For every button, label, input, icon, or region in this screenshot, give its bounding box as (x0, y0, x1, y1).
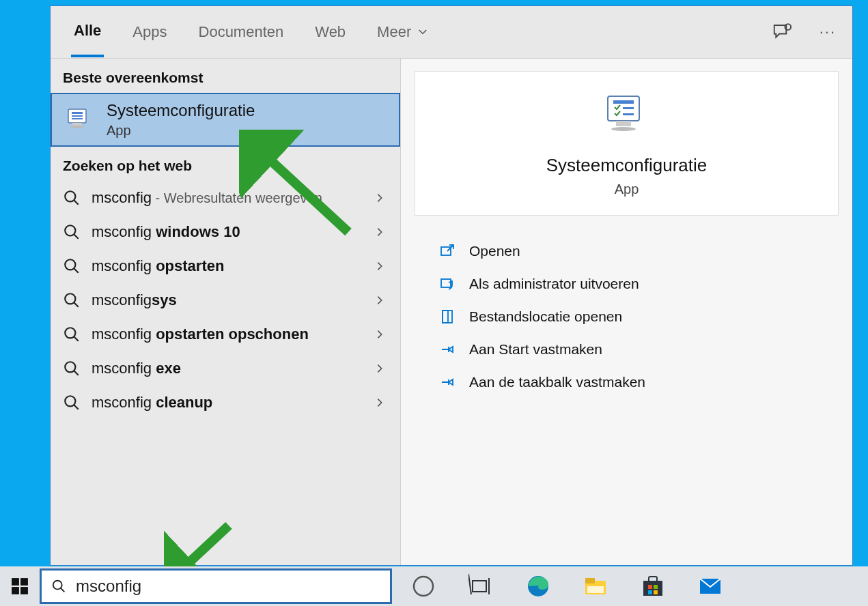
svg-point-37 (53, 581, 62, 590)
web-result-4[interactable]: msconfig opstarten opschonen (51, 317, 400, 351)
svg-line-18 (74, 371, 79, 375)
edge-icon[interactable] (526, 574, 550, 598)
result-prefix: msconfig (92, 326, 156, 343)
svg-rect-45 (585, 578, 595, 583)
result-bold: sys (152, 291, 177, 308)
web-result-3[interactable]: msconfigsys (51, 283, 400, 317)
svg-rect-27 (441, 247, 451, 255)
svg-point-39 (414, 577, 433, 596)
tab-meer-label: Meer (377, 23, 411, 41)
file-explorer-icon[interactable] (583, 574, 608, 598)
svg-point-26 (611, 127, 636, 131)
action-open[interactable]: Openen (439, 235, 814, 268)
more-options-icon[interactable]: ··· (820, 23, 836, 41)
web-result-6[interactable]: msconfig cleanup (51, 386, 400, 420)
search-icon (63, 189, 81, 207)
feedback-icon[interactable] (772, 22, 792, 42)
svg-rect-25 (616, 121, 631, 126)
action-admin-label: Als administrator uitvoeren (469, 276, 639, 292)
svg-rect-5 (72, 123, 82, 126)
pin-icon (439, 374, 456, 390)
shield-icon (439, 276, 456, 292)
action-pintaskbar[interactable]: Aan de taakbalk vastmaken (439, 366, 814, 399)
svg-rect-28 (441, 279, 451, 287)
action-pintaskbar-label: Aan de taakbalk vastmaken (469, 374, 645, 390)
action-open-label: Openen (469, 243, 520, 259)
msconfig-icon (64, 105, 94, 135)
svg-rect-36 (20, 587, 28, 594)
taskbar-search-box[interactable] (40, 568, 392, 604)
open-icon (439, 243, 456, 259)
svg-line-16 (74, 336, 79, 341)
svg-point-6 (70, 126, 84, 128)
best-match-header: Beste overeenkomst (51, 59, 400, 93)
search-icon (63, 326, 81, 343)
svg-point-19 (65, 396, 75, 406)
result-prefix: msconfig (92, 291, 152, 308)
web-search-header: Zoeken op het web (51, 147, 400, 181)
svg-rect-23 (623, 107, 634, 109)
detail-sub: App (415, 182, 838, 197)
cortana-icon[interactable] (411, 574, 436, 598)
windows-logo-icon (11, 577, 29, 595)
svg-line-12 (74, 268, 79, 273)
web-result-0[interactable]: msconfig - Webresultaten weergeven (51, 181, 400, 215)
tabs-right: ··· (772, 6, 836, 58)
result-prefix: msconfig (92, 360, 156, 377)
result-text: msconfig cleanup (92, 394, 212, 412)
svg-point-9 (65, 225, 75, 235)
web-result-5[interactable]: msconfig exe (51, 351, 400, 386)
result-bold: opstarten (156, 257, 224, 274)
best-match-item[interactable]: Systeemconfiguratie App (51, 93, 400, 147)
start-button[interactable] (0, 566, 40, 606)
svg-point-11 (65, 259, 75, 270)
search-icon (63, 394, 81, 412)
tabs-bar: Alle Apps Documenten Web Meer ··· (51, 6, 852, 59)
svg-rect-49 (648, 585, 652, 589)
result-prefix: msconfig (92, 257, 156, 274)
mail-icon[interactable] (698, 574, 723, 598)
action-pinstart[interactable]: Aan Start vastmaken (439, 333, 814, 366)
detail-title: Systeemconfiguratie (415, 155, 838, 176)
svg-rect-34 (20, 578, 28, 586)
svg-line-8 (74, 200, 79, 205)
svg-rect-35 (12, 587, 19, 594)
task-view-icon[interactable] (468, 574, 493, 598)
detail-panel: Systeemconfiguratie App Openen Als admin… (401, 59, 852, 565)
chevron-right-icon (374, 397, 385, 408)
action-admin[interactable]: Als administrator uitvoeren (439, 268, 814, 300)
search-icon (51, 578, 66, 594)
result-bold: cleanup (156, 394, 212, 411)
chevron-right-icon (374, 261, 385, 272)
web-result-2[interactable]: msconfig opstarten (51, 249, 400, 283)
search-icon (63, 291, 81, 309)
result-text: msconfig exe (92, 360, 181, 377)
action-pinstart-label: Aan Start vastmaken (469, 341, 602, 358)
svg-rect-4 (72, 118, 83, 119)
results-panel: Beste overeenkomst Systeemconfiguratie A… (51, 59, 401, 565)
search-input[interactable] (74, 576, 380, 596)
action-filelocation[interactable]: Bestandslocatie openen (439, 300, 814, 333)
result-prefix: msconfig (92, 394, 156, 411)
chevron-right-icon (374, 363, 385, 374)
svg-point-13 (65, 293, 75, 304)
svg-line-38 (61, 588, 65, 592)
svg-line-10 (74, 234, 79, 239)
result-bold: windows 10 (156, 223, 240, 240)
best-match-title: Systeemconfiguratie (107, 101, 255, 120)
tab-meer[interactable]: Meer (374, 8, 432, 56)
chevron-right-icon (374, 295, 385, 306)
tab-alle[interactable]: Alle (71, 7, 104, 57)
folder-icon (439, 308, 456, 325)
detail-actions: Openen Als administrator uitvoeren Besta… (415, 235, 839, 399)
tab-apps[interactable]: Apps (130, 8, 169, 56)
svg-line-41 (468, 574, 471, 594)
tab-documenten[interactable]: Documenten (196, 8, 287, 56)
msconfig-large-icon (601, 91, 653, 143)
web-result-1[interactable]: msconfig windows 10 (51, 215, 400, 249)
result-bold: exe (156, 360, 181, 377)
search-icon (63, 223, 81, 241)
search-icon (63, 360, 81, 377)
tab-web[interactable]: Web (312, 8, 348, 56)
store-icon[interactable] (641, 574, 665, 598)
